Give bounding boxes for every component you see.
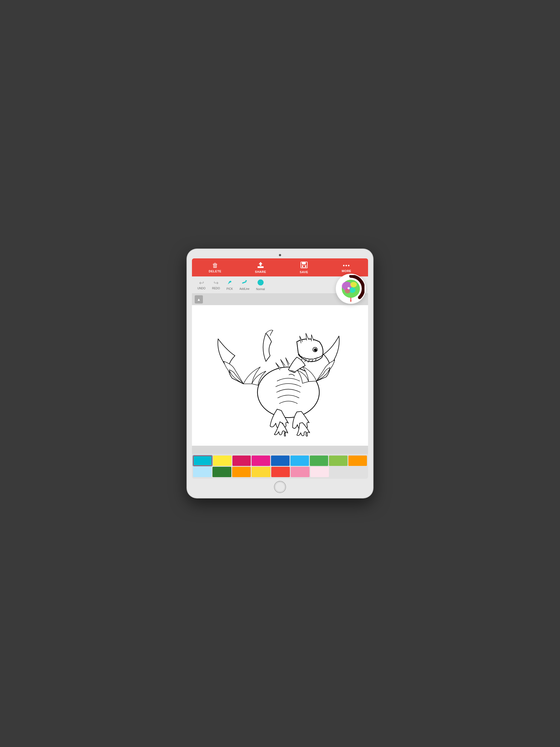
svg-rect-0 [258, 266, 263, 268]
share-icon [257, 262, 264, 269]
svg-point-7 [246, 280, 247, 282]
color-swatch-dark-green[interactable] [212, 467, 231, 477]
pick-icon [227, 279, 233, 287]
color-swatch-orange2[interactable] [232, 467, 251, 477]
svg-point-5 [230, 281, 231, 282]
svg-point-25 [314, 349, 316, 351]
redo-button[interactable]: ↪ REDO [209, 279, 223, 291]
addline-label: AddLine [239, 287, 250, 290]
palette-row-1 [193, 456, 367, 466]
screen: 🗑 DELETE SHARE [192, 258, 368, 479]
color-swatch-yellow[interactable] [213, 456, 232, 466]
canvas-area[interactable] [192, 305, 368, 446]
color-wheel-bg [336, 274, 366, 304]
svg-rect-6 [242, 281, 246, 284]
svg-rect-2 [302, 262, 306, 264]
share-label: SHARE [255, 270, 266, 274]
pick-button[interactable]: PICK [224, 278, 235, 291]
share-button[interactable]: SHARE [251, 261, 271, 275]
undo-label: UNDO [198, 287, 205, 290]
more-icon: ••• [343, 263, 350, 268]
more-label: MORE [342, 269, 351, 273]
ipad-frame: 🗑 DELETE SHARE [187, 249, 373, 498]
save-button[interactable]: SAVE [295, 261, 312, 275]
color-wheel[interactable] [336, 274, 366, 304]
color-swatch-gold[interactable] [252, 467, 270, 477]
color-swatch-lime[interactable] [329, 456, 348, 466]
bottom-spacer [192, 446, 368, 454]
undo-icon: ↩ [199, 280, 204, 286]
delete-button[interactable]: 🗑 DELETE [204, 261, 226, 274]
addline-button[interactable]: AddLine [237, 278, 252, 291]
up-arrow-button[interactable]: ▲ [195, 295, 203, 304]
normal-icon [257, 279, 264, 287]
delete-icon: 🗑 [212, 262, 218, 268]
home-button[interactable] [274, 481, 286, 493]
save-icon [301, 262, 308, 269]
color-palette [192, 454, 368, 479]
color-swatch-red[interactable] [271, 467, 290, 477]
color-swatch-light-pink[interactable] [310, 467, 329, 477]
color-swatch-orange[interactable] [348, 456, 367, 466]
dragon-drawing [201, 305, 359, 446]
delete-label: DELETE [209, 269, 221, 273]
save-label: SAVE [300, 271, 308, 274]
normal-label: Normal [256, 288, 265, 291]
color-swatch-light-blue[interactable] [290, 456, 309, 466]
svg-rect-4 [303, 265, 305, 267]
pick-label: PICK [226, 287, 233, 290]
svg-point-20 [348, 288, 349, 289]
home-button-inner [275, 482, 285, 492]
svg-marker-22 [350, 301, 352, 302]
color-swatch-magenta1[interactable] [232, 456, 251, 466]
front-camera [279, 254, 281, 256]
svg-point-16 [350, 282, 357, 287]
more-button[interactable]: ••• MORE [337, 262, 356, 274]
color-swatch-magenta2[interactable] [252, 456, 270, 466]
color-swatch-green[interactable] [310, 456, 328, 466]
svg-point-18 [345, 288, 350, 293]
redo-icon: ↪ [213, 280, 219, 286]
palette-row-2 [193, 467, 367, 477]
color-swatch-empty2 [349, 467, 367, 477]
secondary-toolbar: ↩ UNDO ↪ REDO PICK [192, 277, 368, 294]
color-swatch-light-blue2[interactable] [193, 467, 212, 477]
redo-label: REDO [212, 287, 220, 290]
color-swatch-dark-blue[interactable] [271, 456, 289, 466]
svg-point-8 [258, 279, 263, 285]
addline-icon [241, 279, 248, 287]
color-swatch-empty1 [330, 467, 348, 477]
normal-button[interactable]: Normal [253, 278, 268, 292]
undo-button[interactable]: ↩ UNDO [195, 279, 208, 291]
color-swatch-cyan[interactable] [193, 456, 212, 466]
color-swatch-pink[interactable] [291, 467, 309, 477]
